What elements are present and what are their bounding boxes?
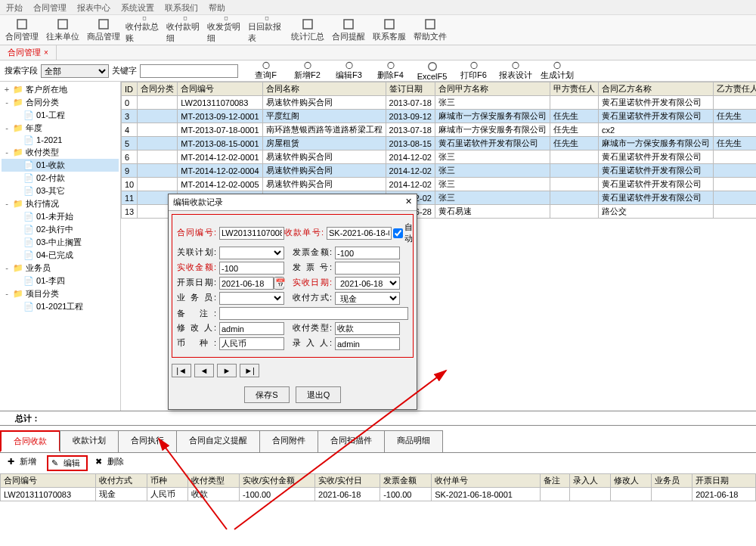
table-row[interactable]: 4MT-2013-07-18-0001南环路慧银西路等道路桥梁工程2013-07…: [122, 123, 757, 137]
subtab-合同附件[interactable]: 合同附件: [259, 430, 318, 452]
subcol-实收/实付金额[interactable]: 实收/实付金额: [239, 474, 314, 488]
delete-button[interactable]: ✖ 删除: [92, 455, 130, 471]
action-报表设计[interactable]: 报表设计: [498, 61, 532, 81]
menu-合同管理[interactable]: 合同管理: [33, 2, 67, 12]
contract-no-input[interactable]: [219, 227, 284, 240]
toolbar-日回款报表[interactable]: 日回款报表: [248, 17, 286, 44]
tree-01-工程[interactable]: 📄 01-工程: [2, 109, 119, 122]
subcol-实收/实付日[interactable]: 实收/实付日: [315, 474, 380, 488]
action-生成计划[interactable]: 生成计划: [540, 61, 574, 81]
toolbar-合同提醒[interactable]: 合同提醒: [330, 17, 367, 44]
subcol-合同编号[interactable]: 合同编号: [1, 474, 96, 488]
subtab-收款计划[interactable]: 收款计划: [60, 430, 119, 452]
toolbar-收发货明细[interactable]: 收发货明细: [207, 17, 245, 44]
subtab-合同自定义提醒[interactable]: 合同自定义提醒: [176, 430, 260, 452]
subtab-合同执行[interactable]: 合同执行: [118, 430, 177, 452]
table-row[interactable]: 10MT-2014-12-02-0005易速软件购买合同2014-12-02张三…: [122, 178, 757, 191]
subcol-备注[interactable]: 备注: [540, 474, 570, 488]
keyword-input[interactable]: [140, 64, 238, 78]
col-合同分类[interactable]: 合同分类: [138, 82, 178, 96]
active-tab[interactable]: 合同管理 ×: [0, 45, 57, 60]
dialog-close-icon[interactable]: ✕: [405, 197, 412, 208]
action-查询F[interactable]: 查询F: [249, 61, 283, 81]
subtab-合同收款[interactable]: 合同收款: [0, 430, 60, 452]
edit-button[interactable]: ✎ 编辑: [47, 455, 88, 471]
tree-项目分类[interactable]: - 📁 项目分类: [2, 287, 119, 300]
invoice-no-input[interactable]: [335, 262, 400, 275]
modifier-input[interactable]: [219, 322, 284, 335]
invoice-amt-input[interactable]: [335, 247, 400, 259]
table-row[interactable]: 6MT-2014-12-02-0001易速软件购买合同2014-12-02张三黄…: [122, 150, 757, 164]
table-row[interactable]: 0LW201311070083易速软件购买合同2013-07-18张三黄石里诺软…: [122, 96, 757, 110]
subcol-发票金额[interactable]: 发票金额: [380, 474, 432, 488]
col-ID[interactable]: ID: [122, 82, 138, 96]
bill-date-input[interactable]: [219, 277, 274, 290]
col-合同名称[interactable]: 合同名称: [262, 82, 386, 96]
tree-01-未开始[interactable]: 📄 01-未开始: [2, 210, 119, 223]
tree-02-执行中[interactable]: 📄 02-执行中: [2, 223, 119, 236]
toolbar-往来单位[interactable]: 往来单位: [44, 17, 82, 44]
close-icon[interactable]: ×: [44, 48, 48, 57]
subcol-收付方式[interactable]: 收付方式: [95, 474, 147, 488]
action-编辑F3[interactable]: 编辑F3: [332, 61, 366, 81]
toolbar-合同管理[interactable]: 合同管理: [3, 17, 41, 44]
action-ExcelF5[interactable]: ExcelF5: [415, 61, 449, 81]
tree-04-已完成[interactable]: 📄 04-已完成: [2, 249, 119, 262]
nav-tree[interactable]: + 📁 客户所在地- 📁 合同分类 📄 01-工程- 📁 年度 📄 1-2021…: [0, 82, 121, 411]
tree-客户所在地[interactable]: + 📁 客户所在地: [2, 83, 119, 96]
currency-input[interactable]: [219, 337, 284, 350]
subcol-币种[interactable]: 币种: [147, 474, 187, 488]
search-field-select[interactable]: 全部: [41, 64, 109, 78]
col-甲方责任人[interactable]: 甲方责任人: [550, 82, 598, 96]
menu-帮助[interactable]: 帮助: [209, 2, 225, 12]
tree-业务员[interactable]: - 📁 业务员: [2, 262, 119, 275]
toolbar-帮助文件[interactable]: 帮助文件: [411, 17, 449, 44]
tree-03-其它[interactable]: 📄 03-其它: [2, 185, 119, 197]
tree-01-2021工程[interactable]: 📄 01-2021工程: [2, 300, 119, 313]
table-row[interactable]: 3MT-2013-09-12-0001平度红阁2013-09-12麻城市一方保安…: [122, 110, 757, 123]
subtab-合同扫描件[interactable]: 合同扫描件: [318, 430, 385, 452]
action-新增F2[interactable]: 新增F2: [290, 61, 324, 81]
tree-合同分类[interactable]: - 📁 合同分类: [2, 96, 119, 109]
subtab-商品明细[interactable]: 商品明细: [384, 430, 443, 452]
action-删除F4[interactable]: 删除F4: [373, 61, 407, 81]
tree-年度[interactable]: - 📁 年度: [2, 122, 119, 135]
add-button[interactable]: ✚ 新增: [5, 455, 42, 471]
prev-button[interactable]: ◄: [194, 364, 214, 377]
receipt-no-input[interactable]: [327, 227, 392, 240]
subcol-开票日期[interactable]: 开票日期: [692, 474, 756, 488]
next-button[interactable]: ►: [217, 364, 237, 377]
tree-1-2021[interactable]: 📄 1-2021: [2, 135, 119, 146]
sub-grid[interactable]: 合同编号收付方式币种收付类型实收/实付金额实收/实付日发票金额收付单号备注录入人…: [0, 473, 756, 511]
calendar-icon[interactable]: 📅: [274, 277, 284, 290]
toolbar-统计汇总[interactable]: 统计汇总: [289, 17, 327, 44]
subcol-录入人[interactable]: 录入人: [570, 474, 611, 488]
tree-执行情况[interactable]: - 📁 执行情况: [2, 197, 119, 210]
exit-button[interactable]: 退出Q: [296, 386, 341, 403]
col-合同编号[interactable]: 合同编号: [178, 82, 262, 96]
tree-02-付款[interactable]: 📄 02-付款: [2, 172, 119, 185]
toolbar-收付款总账[interactable]: 收付款总账: [125, 17, 163, 44]
tree-03-中止搁置[interactable]: 📄 03-中止搁置: [2, 236, 119, 249]
real-amt-input[interactable]: [219, 262, 284, 275]
tree-01-收款[interactable]: 📄 01-收款: [2, 159, 119, 172]
auto-checkbox[interactable]: [393, 227, 403, 240]
table-row[interactable]: 9MT-2014-12-02-0004易速软件购买合同2014-12-02张三黄…: [122, 164, 757, 178]
subcol-收付单号[interactable]: 收付单号: [432, 474, 540, 488]
pay-select[interactable]: 现金: [335, 292, 400, 305]
menu-联系我们[interactable]: 联系我们: [165, 2, 198, 12]
menu-系统设置[interactable]: 系统设置: [121, 2, 154, 12]
col-合同甲方名称[interactable]: 合同甲方名称: [435, 82, 550, 96]
real-date-select[interactable]: 2021-06-18: [335, 277, 400, 290]
menu-开始[interactable]: 开始: [6, 2, 23, 12]
save-button[interactable]: 保存S: [244, 386, 290, 403]
col-签订日期[interactable]: 签订日期: [386, 82, 435, 96]
action-打印F6[interactable]: 打印F6: [457, 61, 491, 81]
toolbar-收付款明细[interactable]: 收付款明细: [166, 17, 204, 44]
subcol-修改人[interactable]: 修改人: [611, 474, 652, 488]
type-input[interactable]: [335, 322, 400, 335]
table-row[interactable]: LW201311070083现金人民币收款-100.002021-06-18-1…: [1, 488, 756, 501]
first-button[interactable]: |◄: [172, 364, 191, 377]
last-button[interactable]: ►|: [240, 364, 259, 377]
subcol-收付类型[interactable]: 收付类型: [187, 474, 239, 488]
